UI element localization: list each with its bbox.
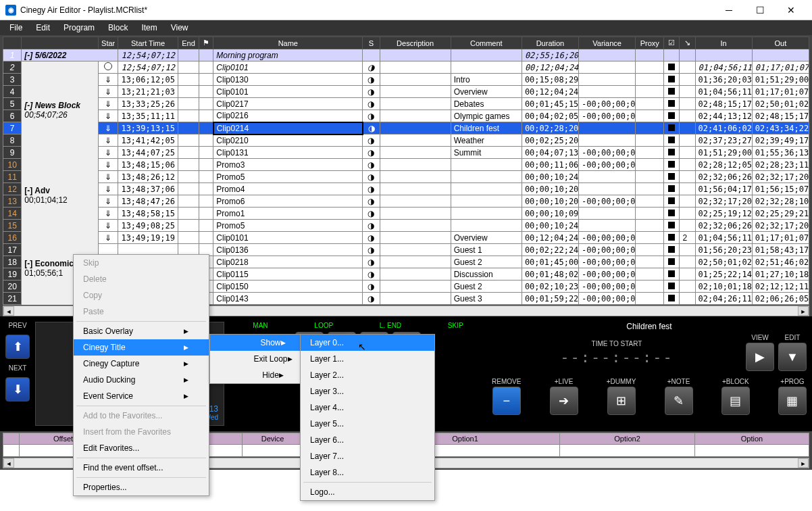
live-label: +LIVE [555, 378, 574, 385]
col-rownum[interactable] [3, 37, 22, 49]
menu-item-find-the-event-offset-[interactable]: Find the event offset... [74, 460, 209, 476]
menu-item-add-to-the-favorites-[interactable]: Add to the Favorites... [74, 408, 209, 424]
live-button[interactable]: ➔ [550, 387, 578, 415]
menu-block[interactable]: Block [101, 23, 134, 32]
menu-item[interactable]: Item [134, 23, 163, 32]
prev-label: PREV [8, 322, 26, 329]
col-out[interactable]: Out [752, 37, 809, 49]
menu-edit[interactable]: Edit [29, 23, 57, 32]
remove-button[interactable]: − [492, 387, 521, 415]
menu-item-copy[interactable]: Copy [74, 287, 209, 303]
status-icon: ◑ [363, 293, 380, 305]
table-row[interactable]: 5⇓13;33;25;26Clip0217◑Debates00;01;45;15… [3, 98, 809, 110]
col-duration[interactable]: Duration [522, 37, 578, 49]
edit-label: EDIT [785, 334, 801, 341]
ev-col-option2[interactable]: Option2 [560, 433, 695, 445]
submenu-show[interactable]: Layer 0...Layer 1...Layer 2...Layer 3...… [300, 334, 435, 501]
table-row[interactable]: 10[-] Adv00;01;04;12⇓13;48;15;06Promo3◑0… [3, 159, 809, 171]
col-in[interactable]: In [695, 37, 752, 49]
menu-item-cinegy-title[interactable]: Cinegy Title▶ [74, 339, 209, 356]
menu-item-cinegy-capture[interactable]: Cinegy Capture▶ [74, 356, 209, 372]
event-scroll-left[interactable]: ◄ [3, 458, 14, 468]
col-flag[interactable]: ⚑ [199, 37, 213, 49]
table-row[interactable]: 16[-] Economics block01;05;56;1⇓13;49;19… [3, 232, 809, 244]
date-row[interactable]: 1[-] 5/6/202212;54;07;12Morning program0… [3, 49, 809, 62]
col-star[interactable]: Star [98, 37, 118, 49]
menu-item-layer-7-[interactable]: Layer 7... [301, 448, 434, 464]
star-icon: ⇓ [98, 135, 118, 147]
view-button[interactable]: ▶ [746, 343, 774, 371]
check-icon [664, 147, 680, 159]
menu-item-layer-5-[interactable]: Layer 5... [301, 416, 434, 432]
table-row[interactable]: 6⇓13;35;11;11Clip0216◑Olympic games00;04… [3, 110, 809, 122]
menu-item-edit-favorites-[interactable]: Edit Favorites... [74, 440, 209, 456]
scroll-right-button[interactable]: ► [798, 306, 809, 316]
table-row[interactable]: 4⇓13;21;21;03Clip0101◑Overview00;12;04;2… [3, 86, 809, 98]
ev-col-device[interactable]: Device [243, 433, 303, 445]
col-end[interactable]: End [178, 37, 199, 49]
check-icon [664, 122, 680, 135]
menu-item-audio-ducking[interactable]: Audio Ducking▶ [74, 372, 209, 388]
menu-item-layer-1-[interactable]: Layer 1... [301, 351, 434, 367]
star-icon [98, 62, 118, 74]
check-icon [664, 183, 680, 195]
table-row[interactable]: 15⇓13;49;08;25Promo5◑00;00;10;2402;32;06… [3, 220, 809, 232]
table-row[interactable]: 3⇓13;06;12;05Clip0130◑Intro00;15;08;2901… [3, 74, 809, 86]
edit-button[interactable]: ▼ [778, 343, 807, 371]
table-row[interactable]: 2[-] News Block00;54;07;2612;54;07;12Cli… [3, 62, 809, 74]
col-block[interactable] [22, 37, 99, 49]
col-arrow[interactable]: ↘ [680, 37, 695, 49]
col-comment[interactable]: Comment [451, 37, 522, 49]
menu-file[interactable]: File [3, 23, 29, 32]
star-icon: ⇓ [98, 220, 118, 232]
menu-item-layer-6-[interactable]: Layer 6... [301, 432, 434, 448]
col-s[interactable]: S [363, 37, 380, 49]
context-menu[interactable]: SkipDeleteCopyPaste Basic Overlay▶Cinegy… [73, 254, 209, 496]
ev-col-option[interactable]: Option [695, 433, 809, 445]
col-description[interactable]: Description [380, 37, 451, 49]
table-row[interactable]: 13⇓13;48;47;26Promo6◑00;00;10;20-00;00;0… [3, 195, 809, 208]
menu-item-skip[interactable]: Skip [74, 255, 209, 271]
table-row[interactable]: 9⇓13;44;07;25Clip0131◑Summit00;04;07;13-… [3, 147, 809, 159]
dummy-button[interactable]: ⊞ [607, 387, 636, 415]
menu-program[interactable]: Program [57, 23, 101, 32]
prog-button[interactable]: ▦ [778, 387, 807, 415]
table-row[interactable]: 8⇓13;41;42;05Clip0210◑Weather00;02;25;20… [3, 135, 809, 147]
minimize-button[interactable]: ─ [713, 0, 744, 20]
menu-item-insert-from-the-favorites[interactable]: Insert from the Favorites [74, 424, 209, 440]
menu-item-properties-[interactable]: Properties... [74, 479, 209, 495]
table-row[interactable]: 12⇓13;48;37;06Promo4◑00;00;10;2001;56;04… [3, 183, 809, 195]
menu-item-layer-4-[interactable]: Layer 4... [301, 399, 434, 416]
next-button[interactable]: ⬇ [5, 377, 30, 402]
col-proxy[interactable]: Proxy [636, 37, 664, 49]
menu-item-layer-0-[interactable]: Layer 0... [301, 335, 434, 351]
check-icon [664, 293, 680, 305]
menu-item-logo-[interactable]: Logo... [301, 484, 434, 500]
menu-item-event-service[interactable]: Event Service▶ [74, 388, 209, 404]
table-row[interactable]: 14⇓13;48;58;15Promo1◑00;00;10;0902;25;19… [3, 208, 809, 220]
check-icon [664, 171, 680, 183]
col-name[interactable]: Name [213, 37, 363, 49]
ev-col-num[interactable] [3, 433, 20, 445]
event-scroll-right[interactable]: ► [798, 458, 809, 468]
block-button[interactable]: ▤ [721, 387, 750, 415]
menu-item-layer-3-[interactable]: Layer 3... [301, 383, 434, 399]
menu-item-basic-overlay[interactable]: Basic Overlay▶ [74, 323, 209, 339]
table-row[interactable]: 11⇓13;48;26;12Promo5◑00;00;10;2402;32;06… [3, 171, 809, 183]
scroll-left-button[interactable]: ◄ [3, 306, 14, 316]
app-icon: ◉ [5, 5, 16, 16]
col-check[interactable]: ☑ [664, 37, 680, 49]
close-button[interactable]: ✕ [776, 0, 807, 20]
menu-item-layer-8-[interactable]: Layer 8... [301, 464, 434, 481]
block-label: +BLOCK [722, 378, 749, 385]
table-row[interactable]: 7⇓13;39;13;15Clip0214◑Children fest00;02… [3, 122, 809, 135]
menu-view[interactable]: View [164, 23, 195, 32]
prev-button[interactable]: ⬆ [5, 335, 30, 359]
menu-item-delete[interactable]: Delete [74, 271, 209, 287]
col-start[interactable]: Start Time [118, 37, 178, 49]
menu-item-layer-2-[interactable]: Layer 2... [301, 367, 434, 383]
maximize-button[interactable]: ☐ [744, 0, 776, 20]
menu-item-paste[interactable]: Paste [74, 303, 209, 320]
col-variance[interactable]: Variance [579, 37, 636, 49]
note-button[interactable]: ✎ [665, 387, 693, 415]
